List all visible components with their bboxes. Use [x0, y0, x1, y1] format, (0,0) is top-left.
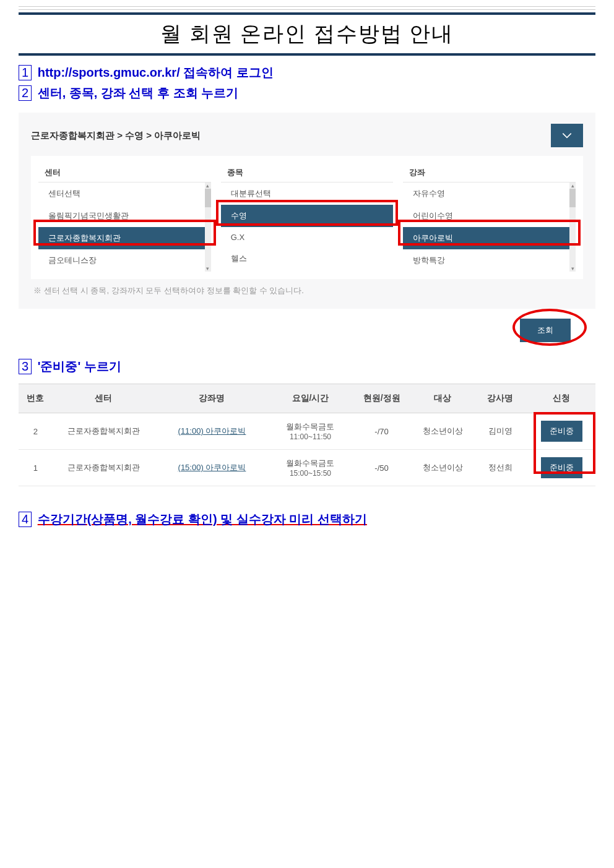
category-item-selected[interactable]: 수영 — [221, 205, 394, 227]
chevron-down-icon — [561, 129, 573, 142]
step-2: 2 센터, 종목, 강좌 선택 후 조회 누르기 — [19, 85, 595, 101]
step-1-text: http://sports.gmuc.or.kr/ 접속하여 로그인 — [38, 66, 274, 79]
status-button[interactable]: 준비중 — [541, 457, 582, 478]
scrollbar[interactable]: ▴ ▾ — [205, 183, 211, 272]
cell-target: 청소년이상 — [412, 450, 473, 486]
step-3-num: 3 — [19, 359, 32, 374]
search-button[interactable]: 조회 — [520, 319, 571, 342]
th-status: 신청 — [527, 384, 595, 413]
center-item[interactable]: 올림픽기념국민생활관 — [38, 205, 211, 227]
course-item-selected[interactable]: 아쿠아로빅 — [403, 227, 576, 249]
th-instructor: 강사명 — [473, 384, 528, 413]
breadcrumb: 근로자종합복지회관 > 수영 > 아쿠아로빅 — [31, 130, 201, 142]
scroll-thumb[interactable] — [569, 189, 576, 207]
help-note: ※ 센터 선택 시 종목, 강좌까지 모두 선택하여야 정보를 확인할 수 있습… — [31, 279, 583, 303]
selection-panel: 근로자종합복지회관 > 수영 > 아쿠아로빅 센터 센터선택 올림픽기념국민생활… — [19, 113, 595, 309]
cell-instructor: 정선희 — [473, 450, 528, 486]
course-item[interactable]: 어린이수영 — [403, 205, 576, 227]
step-1: 1 http://sports.gmuc.or.kr/ 접속하여 로그인 — [19, 64, 595, 81]
scroll-thumb[interactable] — [205, 189, 211, 207]
th-capacity: 현원/정원 — [351, 384, 412, 413]
category-item[interactable]: 대분류선택 — [221, 183, 394, 205]
page-title: 월 회원 온라인 접수방법 안내 — [19, 20, 595, 48]
course-header: 강좌 — [403, 163, 576, 183]
cell-capacity: -/50 — [351, 450, 412, 486]
collapse-button[interactable] — [551, 124, 583, 147]
cell-no: 1 — [19, 450, 53, 486]
scroll-up-icon[interactable]: ▴ — [205, 183, 211, 189]
center-header: 센터 — [38, 163, 211, 183]
cell-daytime: 월화수목금토 11:00~11:50 — [270, 413, 352, 450]
table-row: 2 근로자종합복지회관 (11:00) 아쿠아로빅 월화수목금토 11:00~1… — [19, 413, 595, 450]
course-item[interactable]: 자유수영 — [403, 183, 576, 205]
cell-center: 근로자종합복지회관 — [53, 413, 154, 450]
scroll-up-icon[interactable]: ▴ — [569, 183, 576, 189]
step-2-text: 센터, 종목, 강좌 선택 후 조회 누르기 — [38, 86, 238, 100]
cell-target: 청소년이상 — [412, 413, 473, 450]
step-1-num: 1 — [19, 65, 32, 80]
center-item[interactable]: 금오테니스장 — [38, 249, 211, 272]
scrollbar[interactable]: ▴ ▾ — [569, 183, 576, 272]
status-button[interactable]: 준비중 — [541, 421, 582, 442]
center-column: 센터 센터선택 올림픽기념국민생활관 근로자종합복지회관 금오테니스장 ▴ ▾ — [38, 163, 211, 272]
scroll-down-icon[interactable]: ▾ — [569, 265, 576, 272]
course-table: 번호 센터 강좌명 요일/시간 현원/정원 대상 강사명 신청 2 근로자종합복… — [19, 384, 595, 486]
scroll-down-icon[interactable]: ▾ — [205, 265, 211, 272]
th-target: 대상 — [412, 384, 473, 413]
title-box: 월 회원 온라인 접수방법 안내 — [19, 12, 595, 56]
category-header: 종목 — [221, 163, 394, 183]
step-4: 4 수강기간(상품명, 월수강료 확인) 및 실수강자 미리 선택하기 — [19, 511, 595, 528]
course-item[interactable]: 방학특강 — [403, 249, 576, 272]
step-4-text: 수강기간(상품명, 월수강료 확인) 및 실수강자 미리 선택하기 — [38, 512, 367, 526]
course-column: 강좌 자유수영 어린이수영 아쿠아로빅 방학특강 ▴ ▾ — [403, 163, 576, 272]
cell-center: 근로자종합복지회관 — [53, 450, 154, 486]
center-item-selected[interactable]: 근로자종합복지회관 — [38, 227, 211, 249]
th-center: 센터 — [53, 384, 154, 413]
category-column: 종목 대분류선택 수영 G.X 헬스 — [221, 163, 394, 272]
th-no: 번호 — [19, 384, 53, 413]
step-2-num: 2 — [19, 85, 32, 101]
step-4-num: 4 — [19, 512, 32, 527]
cell-no: 2 — [19, 413, 53, 450]
step-3-text: '준비중' 누르기 — [38, 359, 121, 373]
cell-daytime: 월화수목금토 15:00~15:50 — [270, 450, 352, 486]
th-daytime: 요일/시간 — [270, 384, 352, 413]
cell-capacity: -/70 — [351, 413, 412, 450]
center-item[interactable]: 센터선택 — [38, 183, 211, 205]
course-link[interactable]: (11:00) 아쿠아로빅 — [178, 426, 246, 436]
table-row: 1 근로자종합복지회관 (15:00) 아쿠아로빅 월화수목금토 15:00~1… — [19, 450, 595, 486]
cell-instructor: 김미영 — [473, 413, 528, 450]
course-link[interactable]: (15:00) 아쿠아로빅 — [178, 463, 246, 472]
th-course: 강좌명 — [154, 384, 269, 413]
step-3: 3 '준비중' 누르기 — [19, 358, 595, 375]
category-item[interactable]: 헬스 — [221, 247, 394, 270]
category-item[interactable]: G.X — [221, 227, 394, 247]
